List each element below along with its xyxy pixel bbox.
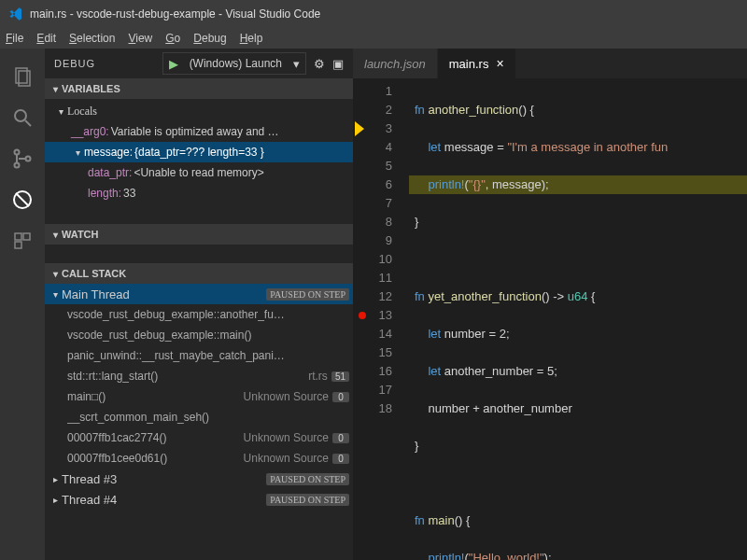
section-label: WATCH	[62, 229, 99, 240]
git-icon[interactable]	[0, 138, 45, 179]
svg-rect-11	[15, 242, 21, 248]
stack-frame[interactable]: main□()Unknown Source0	[45, 386, 353, 407]
status-badge: PAUSED ON STEP	[266, 494, 349, 506]
svg-line-3	[25, 120, 31, 126]
svg-rect-9	[15, 233, 21, 240]
menu-bar: File Edit Selection View Go Debug Help	[0, 28, 747, 49]
menu-view[interactable]: View	[128, 32, 152, 45]
chevron-down-icon[interactable]: ▾	[288, 57, 305, 71]
menu-file[interactable]: File	[6, 32, 23, 45]
thread-row[interactable]: ▸Thread #4PAUSED ON STEP	[45, 489, 353, 510]
window-title: main.rs - vscode-rust-debug-example - Vi…	[30, 7, 320, 21]
variable-row[interactable]: __arg0: Variable is optimized away and …	[45, 121, 353, 142]
activity-bar	[0, 49, 45, 560]
tab-launch-json[interactable]: launch.json	[353, 49, 438, 78]
stack-frame[interactable]: 00007ffb1cee0d61()Unknown Source0	[45, 448, 353, 469]
search-icon[interactable]	[0, 97, 45, 138]
svg-point-6	[26, 157, 31, 161]
status-badge: PAUSED ON STEP	[266, 473, 349, 485]
svg-point-2	[15, 110, 26, 121]
tab-bar: launch.json main.rs×	[353, 49, 747, 78]
debug-sidebar: DEBUG ▶ (Windows) Launch ▾ ⚙ ▣ ▾VARIABLE…	[45, 49, 353, 560]
stack-frame[interactable]: __scrt_common_main_seh()	[45, 407, 353, 427]
title-bar: main.rs - vscode-rust-debug-example - Vi…	[0, 0, 747, 28]
thread-row[interactable]: ▾Main ThreadPAUSED ON STEP	[45, 284, 353, 304]
stack-frame[interactable]: std::rt::lang_start()rt.rs51	[45, 366, 353, 386]
locals-scope[interactable]: ▾Locals	[45, 101, 353, 121]
stack-frame[interactable]: vscode_rust_debug_example::another_fu…	[45, 304, 353, 325]
section-label: VARIABLES	[62, 83, 120, 94]
menu-help[interactable]: Help	[240, 32, 263, 45]
svg-rect-10	[23, 233, 30, 240]
current-line-icon	[355, 121, 364, 136]
stack-frame[interactable]: vscode_rust_debug_example::main()	[45, 325, 353, 345]
section-variables[interactable]: ▾VARIABLES	[45, 78, 353, 99]
variable-row[interactable]: data_ptr: <Unable to read memory>	[45, 162, 353, 183]
svg-line-8	[16, 193, 29, 206]
menu-selection[interactable]: Selection	[69, 32, 115, 45]
files-icon[interactable]	[0, 56, 45, 97]
close-icon[interactable]: ×	[496, 56, 503, 71]
tab-main-rs[interactable]: main.rs×	[438, 49, 516, 78]
code-content[interactable]: fn another_function() { let message = "I…	[409, 78, 747, 560]
play-icon[interactable]: ▶	[163, 57, 184, 71]
stack-frame[interactable]: panic_unwind::__rust_maybe_catch_pani…	[45, 345, 353, 366]
svg-point-4	[15, 150, 20, 155]
section-callstack[interactable]: ▾CALL STACK	[45, 263, 353, 284]
section-watch[interactable]: ▾WATCH	[45, 224, 353, 245]
section-label: CALL STACK	[62, 268, 126, 279]
svg-point-5	[15, 163, 20, 168]
stack-frame[interactable]: 00007ffb1cac2774()Unknown Source0	[45, 427, 353, 448]
menu-edit[interactable]: Edit	[36, 32, 56, 45]
vscode-logo-icon	[7, 6, 24, 22]
console-icon[interactable]: ▣	[332, 57, 344, 71]
debug-icon[interactable]	[0, 179, 45, 220]
code-editor[interactable]: 1 2 3 4 5 6 7 8 9 10 11 12 13 14 15 16 1…	[353, 78, 747, 560]
variable-row[interactable]: length: 33	[45, 183, 353, 203]
debug-title: DEBUG	[54, 58, 95, 69]
editor-area: launch.json main.rs× 1 2 3 4 5 6 7 8 9 1…	[353, 49, 747, 560]
status-badge: PAUSED ON STEP	[266, 288, 349, 301]
breakpoint-icon[interactable]	[359, 312, 366, 319]
debug-config-name: (Windows) Launch	[184, 57, 288, 70]
menu-go[interactable]: Go	[165, 32, 180, 45]
line-gutter: 1 2 3 4 5 6 7 8 9 10 11 12 13 14 15 16 1…	[353, 78, 409, 560]
extensions-icon[interactable]	[0, 220, 45, 261]
gear-icon[interactable]: ⚙	[314, 57, 325, 71]
menu-debug[interactable]: Debug	[193, 32, 226, 45]
debug-config-selector[interactable]: ▶ (Windows) Launch ▾	[162, 52, 306, 75]
thread-row[interactable]: ▸Thread #3PAUSED ON STEP	[45, 469, 353, 489]
variable-row[interactable]: ▾message: {data_ptr=??? length=33 }	[45, 142, 353, 162]
